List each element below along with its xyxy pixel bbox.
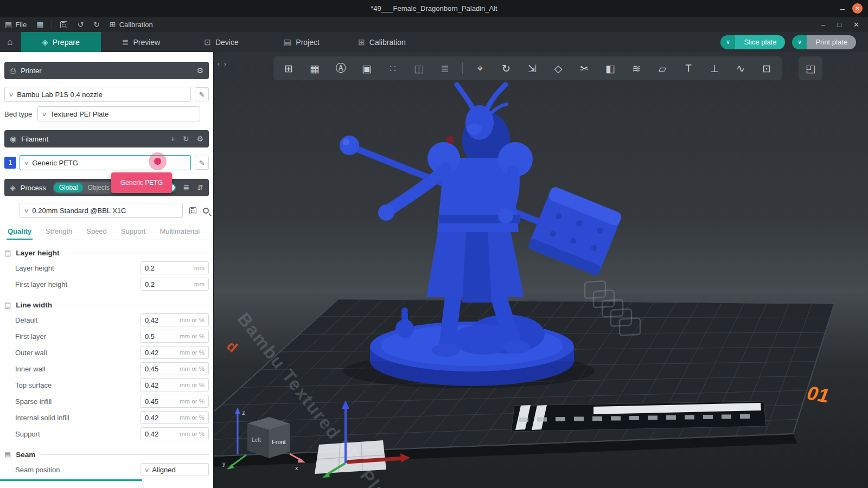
scope-objects-option[interactable]: Objects xyxy=(83,183,114,192)
param-input[interactable]: 0.45mm or % xyxy=(141,362,209,375)
print-plate-button[interactable]: ∨ Print plate xyxy=(792,35,856,49)
slice-plate-label[interactable]: Slice plate xyxy=(735,35,785,49)
viewport-3d[interactable]: Bambu Textured PEI Plate d xyxy=(214,52,868,488)
process-tab-strength[interactable]: Strength xyxy=(44,226,73,240)
mirror-icon[interactable]: ◧ xyxy=(604,62,617,75)
section-rule xyxy=(41,454,209,455)
sidebar-scroll-indicator[interactable] xyxy=(0,479,142,481)
cut-icon[interactable]: ✂ xyxy=(578,62,591,75)
process-tab-support[interactable]: Support xyxy=(120,226,147,240)
redo-button[interactable]: ↻ xyxy=(88,17,105,32)
tab-device[interactable]: ⊡Device xyxy=(181,32,261,52)
add-model-icon[interactable]: ⊞ xyxy=(282,62,295,75)
app-close-button[interactable]: ✕ xyxy=(853,21,859,29)
app-maximize-button[interactable]: □ xyxy=(837,21,841,29)
add-filament-icon[interactable]: + xyxy=(171,134,175,143)
app-minimize-button[interactable]: – xyxy=(821,21,825,29)
printer-select[interactable]: ∨ Bambu Lab P1S 0.4 nozzle xyxy=(4,87,191,102)
chevron-down-icon: ∨ xyxy=(144,467,150,473)
text-tool-icon[interactable]: T xyxy=(682,62,695,74)
prepare-icon: ◈ xyxy=(42,37,48,47)
compare-presets-icon[interactable]: ⇵ xyxy=(197,183,203,192)
save-preset-icon[interactable] xyxy=(189,207,196,214)
param-select[interactable]: ∨Aligned xyxy=(141,463,209,476)
chevron-down-icon: ∨ xyxy=(9,92,14,98)
split-to-parts-icon[interactable]: ▱ xyxy=(656,62,669,75)
section-rule xyxy=(65,253,209,253)
slice-dropdown-chevron-icon[interactable]: ∨ xyxy=(720,35,735,49)
window-title: *49___Female_Dragonborn_Paladin_Alt xyxy=(0,4,868,12)
param-unit: mm or % xyxy=(180,398,205,404)
printer-settings-icon[interactable]: ⚙ xyxy=(196,66,203,75)
section-icon: ▤ xyxy=(4,451,11,459)
menu-divider xyxy=(52,20,52,29)
process-tab-speed[interactable]: Speed xyxy=(85,226,108,240)
param-label: Support xyxy=(15,430,40,438)
frame-select-icon[interactable]: ⊡ xyxy=(760,62,773,75)
undo-button[interactable]: ↺ xyxy=(72,17,88,32)
move-icon[interactable]: ⌖ xyxy=(474,62,487,74)
slice-plate-button[interactable]: ∨ Slice plate xyxy=(720,35,785,49)
filament-edit-button[interactable]: ✎ xyxy=(195,156,209,170)
param-input[interactable]: 0.2mm xyxy=(141,261,209,274)
param-input[interactable]: 0.42mm or % xyxy=(141,427,209,440)
param-value: 0.42 xyxy=(145,316,158,324)
sidebar-collapse-button[interactable]: ‹ › xyxy=(214,56,231,70)
scope-global-option[interactable]: Global xyxy=(54,183,84,192)
sync-filament-icon[interactable]: ↻ xyxy=(183,134,189,143)
scene-canvas[interactable]: Bambu Textured PEI Plate d xyxy=(214,52,868,488)
save-button[interactable] xyxy=(55,17,72,32)
printer-select-value: Bambu Lab P1S 0.4 nozzle xyxy=(17,91,103,99)
process-tab-quality[interactable]: Quality xyxy=(7,226,33,240)
scale-icon[interactable]: ⇲ xyxy=(526,62,539,75)
tab-calibration[interactable]: ⊞Calibration xyxy=(342,32,422,52)
arrange-icon[interactable]: ▣ xyxy=(360,62,373,75)
tab-preview[interactable]: ≣Preview xyxy=(101,32,181,52)
param-input[interactable]: 0.2mm xyxy=(141,278,209,291)
split-plate-icon[interactable]: ◫ xyxy=(412,62,425,75)
window-minimize-button[interactable]: – xyxy=(840,4,845,13)
param-input[interactable]: 0.5mm or % xyxy=(141,330,209,343)
navigation-cube[interactable]: z Left Front y x xyxy=(221,402,308,474)
print-plate-label[interactable]: Print plate xyxy=(807,35,856,49)
param-row: Layer height0.2mm xyxy=(0,260,213,276)
file-icon: ▤ xyxy=(5,20,12,29)
object-list-icon[interactable]: ≣ xyxy=(438,62,451,75)
calibration-menu[interactable]: ⊞ Calibration xyxy=(105,17,158,32)
bed-type-select[interactable]: ∨ Textured PEI Plate xyxy=(37,106,200,121)
place-on-face-icon[interactable]: ◇ xyxy=(552,62,565,75)
process-preset-select[interactable]: ∨ 0.20mm Standard @BBL X1C xyxy=(20,203,183,218)
rotate-icon[interactable]: ↻ xyxy=(500,62,513,75)
notes-button[interactable]: ▦ xyxy=(31,17,48,32)
filament-settings-icon[interactable]: ⚙ xyxy=(196,134,203,143)
search-settings-icon[interactable] xyxy=(203,208,209,214)
home-button[interactable]: ⌂ xyxy=(0,32,21,52)
assembly-view-button[interactable]: ◰ xyxy=(799,56,822,80)
param-input[interactable]: 0.42mm or % xyxy=(141,411,209,424)
param-input[interactable]: 0.42mm or % xyxy=(141,313,209,326)
printer-edit-button[interactable]: ✎ xyxy=(195,87,209,101)
file-menu[interactable]: ▤ File xyxy=(0,17,31,32)
tab-prepare[interactable]: ◈Prepare xyxy=(21,32,101,52)
param-value: 0.2 xyxy=(145,280,155,288)
window-close-button[interactable]: ✕ xyxy=(852,3,863,14)
axis-z-label: z xyxy=(242,409,245,416)
param-value: 0.42 xyxy=(145,381,158,389)
variable-layer-height-icon[interactable]: ≋ xyxy=(630,62,643,75)
param-label: Layer height xyxy=(15,264,54,272)
process-tab-multimaterial[interactable]: Multimaterial xyxy=(158,226,201,240)
add-plate-icon[interactable]: ▦ xyxy=(308,62,321,75)
param-unit: mm or % xyxy=(180,414,205,421)
param-input[interactable]: 0.42mm or % xyxy=(141,378,209,391)
parameter-list-icon[interactable]: ≣ xyxy=(183,183,190,192)
support-paint-icon[interactable]: ⊥ xyxy=(708,62,721,75)
param-label: Sparse infill xyxy=(15,397,52,406)
print-dropdown-chevron-icon[interactable]: ∨ xyxy=(792,35,807,49)
auto-orient-icon[interactable]: Ⓐ xyxy=(334,61,347,75)
layout-grid-icon[interactable]: ∷ xyxy=(386,62,399,75)
param-input[interactable]: 0.42mm or % xyxy=(141,346,209,359)
param-input[interactable]: 0.45mm or % xyxy=(141,395,209,408)
tab-project[interactable]: ▤Project xyxy=(261,32,342,52)
viewport-toolbar: ⊞▦Ⓐ▣∷◫≣⌖↻⇲◇✂◧≋▱T⊥∿⊡ xyxy=(273,56,782,80)
seam-paint-icon[interactable]: ∿ xyxy=(734,62,747,75)
